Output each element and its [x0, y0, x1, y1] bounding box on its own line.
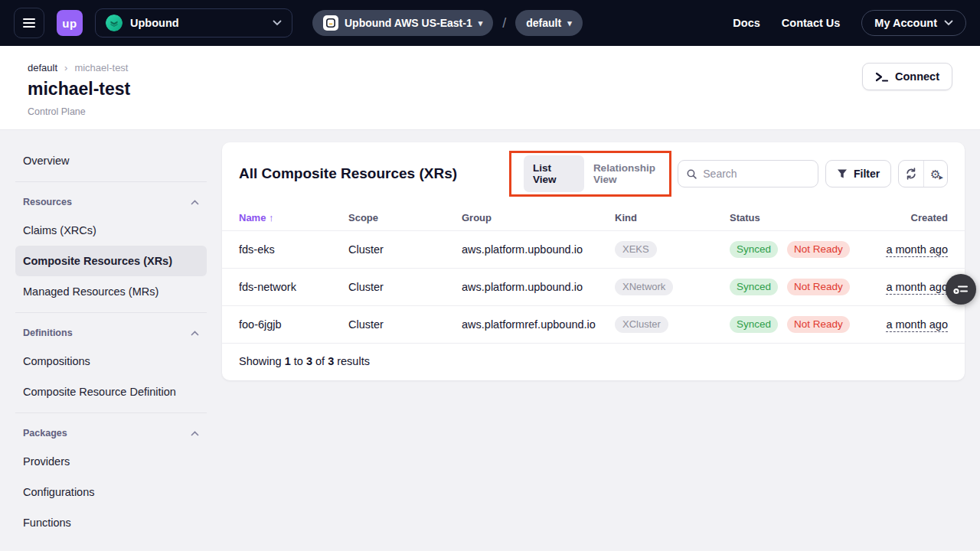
- sidebar-item-providers[interactable]: Providers: [15, 446, 207, 477]
- status-badge-synced: Synced: [730, 241, 778, 258]
- sort-ascending-icon: ↑: [269, 212, 274, 223]
- nav-link-docs[interactable]: Docs: [733, 17, 760, 29]
- filter-button[interactable]: Filter: [825, 160, 891, 187]
- my-account-label: My Account: [874, 17, 937, 29]
- table-row[interactable]: fds-network Cluster aws.platform.upbound…: [222, 269, 965, 306]
- column-header-created[interactable]: Created: [856, 205, 965, 231]
- refresh-button[interactable]: [899, 161, 923, 187]
- cell-scope: Cluster: [348, 269, 462, 306]
- sidebar-section-packages[interactable]: Packages: [15, 419, 207, 446]
- refresh-icon: [905, 168, 917, 180]
- sidebar-item-functions[interactable]: Functions: [15, 507, 207, 538]
- column-header-group[interactable]: Group: [462, 205, 615, 231]
- sidebar-item-overview[interactable]: Overview: [15, 145, 207, 176]
- space-selector[interactable]: Upbound AWS US-East-1 ▾: [312, 10, 493, 36]
- sidebar-item-composite-resource-definition[interactable]: Composite Resource Definition: [15, 377, 207, 407]
- feedback-widget-icon: [953, 283, 969, 295]
- sidebar-item-configurations[interactable]: Configurations: [15, 477, 207, 507]
- breadcrumb-current: michael-test: [74, 62, 128, 73]
- cell-kind: XNetwork: [615, 269, 730, 306]
- list-view-tab[interactable]: List View: [524, 155, 584, 192]
- sidebar-section-definitions[interactable]: Definitions: [15, 318, 207, 346]
- space-name: Upbound AWS US-East-1: [345, 17, 472, 29]
- column-header-name[interactable]: Name ↑: [222, 205, 348, 231]
- cell-group: aws.platform.upbound.io: [462, 269, 615, 306]
- sidebar-item-claims-xrcs[interactable]: Claims (XRCs): [15, 215, 207, 246]
- created-tooltip-link[interactable]: a month ago: [886, 281, 948, 295]
- status-badge-not-ready: Not Ready: [787, 241, 850, 258]
- composite-resources-table: Name ↑ Scope Group Kind Status Created f…: [222, 205, 965, 344]
- table-actions-group: ⚙ ▶: [898, 160, 948, 187]
- sidebar: Overview Resources Claims (XRCs) Composi…: [15, 145, 207, 538]
- cell-kind: XCluster: [615, 306, 730, 344]
- search-input[interactable]: [703, 168, 809, 180]
- status-badge-synced: Synced: [730, 316, 778, 333]
- cell-status: Synced Not Ready: [730, 231, 856, 269]
- feedback-widget-button[interactable]: [946, 274, 976, 305]
- results-summary: Showing 1 to 3 of 3 results: [222, 344, 965, 380]
- section-header-label: Definitions: [23, 328, 73, 338]
- divider: [15, 412, 207, 413]
- caret-down-icon: ▾: [567, 18, 572, 28]
- breadcrumb: default › michael-test: [28, 62, 952, 73]
- hamburger-menu-button[interactable]: [14, 8, 44, 38]
- control-plane-name: default: [526, 17, 561, 29]
- filter-label: Filter: [854, 168, 880, 180]
- chevron-down-icon: [273, 20, 282, 26]
- cell-name[interactable]: fds-eks: [222, 231, 348, 269]
- sidebar-item-managed-resources-mrs[interactable]: Managed Resources (MRs): [15, 276, 207, 307]
- sidebar-section-resources[interactable]: Resources: [15, 187, 207, 215]
- created-tooltip-link[interactable]: a month ago: [886, 243, 948, 257]
- page-title: michael-test: [28, 79, 952, 99]
- column-header-status[interactable]: Status: [730, 205, 856, 231]
- filter-funnel-icon: [837, 168, 848, 179]
- cell-kind: XEKS: [615, 231, 730, 269]
- cell-scope: Cluster: [348, 306, 462, 344]
- created-tooltip-link[interactable]: a month ago: [886, 318, 948, 332]
- divider: [15, 312, 207, 313]
- search-icon: [687, 168, 697, 180]
- terminal-icon: [875, 71, 888, 83]
- table-row[interactable]: foo-6jgjb Cluster aws.platformref.upboun…: [222, 306, 965, 344]
- column-header-kind[interactable]: Kind: [615, 205, 730, 231]
- cell-status: Synced Not Ready: [730, 269, 856, 306]
- cell-created: a month ago: [856, 231, 965, 269]
- kind-badge: XNetwork: [615, 279, 673, 295]
- breadcrumb-parent[interactable]: default: [28, 62, 57, 73]
- breadcrumb-slash: /: [502, 15, 506, 31]
- cell-created: a month ago: [856, 306, 965, 344]
- sidebar-item-composite-resources-xrs[interactable]: Composite Resources (XRs): [15, 246, 207, 276]
- hamburger-icon: [23, 18, 35, 20]
- relationship-view-tab[interactable]: Relationship View: [592, 155, 678, 192]
- connect-label: Connect: [895, 70, 939, 83]
- organization-selector[interactable]: Upbound: [95, 8, 292, 37]
- status-badge-not-ready: Not Ready: [787, 316, 850, 333]
- section-header-label: Resources: [23, 197, 72, 207]
- play-icon: ▶: [939, 174, 943, 181]
- cell-group: aws.platformref.upbound.io: [462, 306, 615, 344]
- column-header-scope[interactable]: Scope: [348, 205, 462, 231]
- space-icon: [323, 15, 338, 31]
- view-toggle: List View Relationship View: [524, 155, 678, 192]
- auto-refresh-settings-button[interactable]: ⚙ ▶: [923, 161, 947, 187]
- sidebar-item-compositions[interactable]: Compositions: [15, 346, 207, 377]
- caret-down-icon: ▾: [479, 18, 483, 28]
- top-navbar: up Upbound Upbound AWS US-East-1 ▾ / def…: [0, 0, 980, 46]
- composite-resources-panel: All Composite Resources (XRs) List View …: [222, 142, 965, 380]
- control-plane-selector[interactable]: default ▾: [515, 10, 582, 36]
- section-header-label: Packages: [23, 428, 67, 439]
- connect-button[interactable]: Connect: [862, 63, 952, 90]
- my-account-button[interactable]: My Account: [861, 10, 966, 36]
- chevron-down-icon: [944, 20, 953, 26]
- page-header: default › michael-test michael-test Cont…: [0, 46, 980, 130]
- cell-name[interactable]: fds-network: [222, 269, 348, 306]
- upbound-logo[interactable]: up: [57, 10, 83, 36]
- chevron-up-icon: [191, 431, 199, 436]
- organization-name: Upbound: [130, 17, 179, 29]
- cell-status: Synced Not Ready: [730, 306, 856, 344]
- cell-scope: Cluster: [348, 231, 462, 269]
- nav-link-contact-us[interactable]: Contact Us: [782, 17, 841, 29]
- panel-title: All Composite Resources (XRs): [239, 165, 457, 182]
- table-row[interactable]: fds-eks Cluster aws.platform.upbound.io …: [222, 231, 965, 269]
- cell-name[interactable]: foo-6jgjb: [222, 306, 348, 344]
